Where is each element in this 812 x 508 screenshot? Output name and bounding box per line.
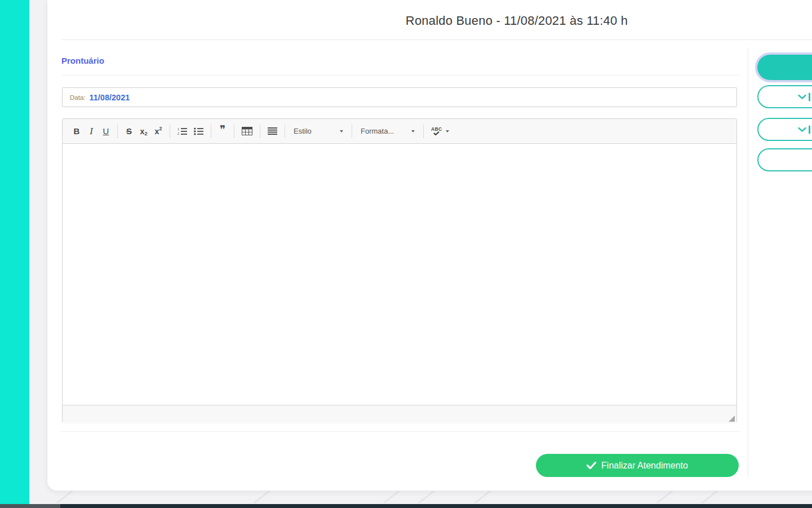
- style-dropdown-label: Estilo: [294, 127, 312, 135]
- superscript-mark: 2: [159, 126, 162, 131]
- spellcheck-label: ABC: [431, 127, 442, 132]
- svg-text:2: 2: [178, 132, 179, 135]
- divider: [61, 431, 740, 432]
- format-dropdown[interactable]: Formata...: [356, 122, 419, 140]
- resize-grip-icon[interactable]: [729, 416, 735, 422]
- justify-icon: [268, 127, 277, 135]
- underline-label: U: [103, 126, 109, 136]
- clipped-glyph: [809, 92, 810, 101]
- underline-button[interactable]: U: [99, 122, 113, 140]
- toolbar-separator: [260, 125, 260, 138]
- numbered-list-icon: 1 2: [178, 127, 187, 135]
- spellcheck-check-icon: [433, 131, 440, 135]
- side-action-button[interactable]: [757, 148, 812, 171]
- bottom-dark-bar: [0, 504, 812, 508]
- spellcheck-abc-icon: ABC: [431, 127, 442, 136]
- date-label: Data:: [70, 94, 86, 101]
- side-action-dropdown-2[interactable]: [757, 118, 812, 141]
- justify-button[interactable]: [264, 122, 281, 140]
- italic-button[interactable]: I: [84, 122, 99, 140]
- superscript-button[interactable]: x 2: [151, 122, 166, 140]
- style-dropdown[interactable]: Estilo: [289, 122, 348, 140]
- toolbar-separator: [170, 125, 170, 138]
- chevron-down-icon: [798, 94, 806, 99]
- subscript-base: x: [140, 127, 145, 136]
- divider: [61, 75, 740, 76]
- clipped-glyph: [809, 125, 810, 134]
- chevron-down-icon: [798, 127, 806, 132]
- divider: [61, 39, 812, 40]
- subscript-mark: 2: [144, 131, 147, 136]
- caret-down-icon: [340, 130, 343, 132]
- vertical-divider: [748, 48, 748, 476]
- bold-button[interactable]: B: [69, 122, 84, 140]
- side-action-dropdown-1[interactable]: [757, 85, 812, 108]
- strikethrough-label: S: [126, 126, 132, 136]
- bottom-dark-bar-segment: [0, 504, 60, 508]
- format-dropdown-label: Formata...: [361, 127, 394, 135]
- date-field[interactable]: Data: 11/08/2021: [62, 87, 737, 107]
- toolbar-separator: [423, 125, 424, 138]
- bullet-list-icon: [194, 127, 203, 135]
- left-accent-bar: [0, 0, 29, 504]
- editor-content[interactable]: [63, 144, 736, 405]
- appointment-card: Ronaldo Bueno - 11/08/2021 às 11:40 h Pr…: [47, 0, 812, 491]
- numbered-list-button[interactable]: 1 2: [174, 122, 190, 140]
- toolbar-separator: [117, 125, 118, 138]
- svg-text:1: 1: [178, 127, 179, 131]
- finalizar-atendimento-button[interactable]: Finalizar Atendimento: [536, 454, 739, 477]
- page-title: Ronaldo Bueno - 11/08/2021 às 11:40 h: [47, 14, 812, 28]
- rich-text-editor: B I U S x 2 x 2: [62, 118, 737, 423]
- strikethrough-button[interactable]: S: [122, 122, 136, 140]
- toolbar-separator: [352, 125, 352, 138]
- caret-down-icon: [446, 130, 449, 132]
- editor-status-bar: [63, 405, 736, 423]
- bullet-list-button[interactable]: [190, 122, 207, 140]
- side-action-primary-button[interactable]: [757, 55, 812, 80]
- app-window: Ronaldo Bueno - 11/08/2021 às 11:40 h Pr…: [0, 0, 812, 508]
- toolbar-separator: [234, 125, 234, 138]
- caret-down-icon: [411, 130, 415, 132]
- editor-toolbar: B I U S x 2 x 2: [63, 119, 736, 144]
- toolbar-separator: [285, 125, 285, 138]
- italic-label: I: [90, 126, 93, 137]
- superscript-base: x: [155, 127, 159, 136]
- prontuario-tab[interactable]: Prontuário: [61, 56, 104, 65]
- toolbar-separator: [211, 125, 211, 138]
- blockquote-icon: ❞: [220, 127, 225, 132]
- insert-table-button[interactable]: [238, 122, 256, 140]
- finish-button-label: Finalizar Atendimento: [601, 461, 688, 471]
- date-value: 11/08/2021: [90, 93, 130, 102]
- blockquote-button[interactable]: ❞: [215, 122, 230, 140]
- check-icon: [587, 462, 596, 469]
- subscript-button[interactable]: x 2: [136, 122, 151, 140]
- bold-label: B: [74, 126, 80, 136]
- table-icon: [242, 127, 252, 135]
- spellcheck-dropdown[interactable]: ABC: [428, 122, 452, 140]
